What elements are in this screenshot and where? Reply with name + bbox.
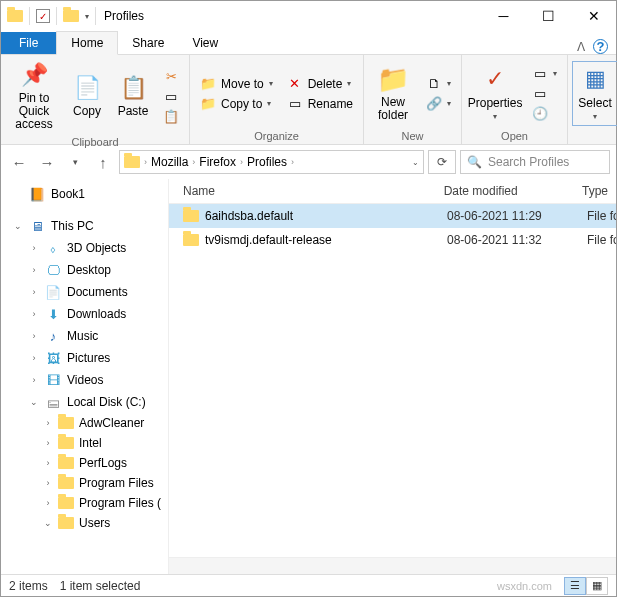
main-panel: 📙Book1 ⌄🖥This PC ›⬨3D Objects ›🖵Desktop … [1, 179, 616, 574]
expand-icon[interactable]: › [43, 458, 53, 468]
select-icon: ▦ [581, 66, 609, 94]
sidebar-item-pictures[interactable]: ›🖼Pictures [1, 347, 168, 369]
sidebar-item-programfiles2[interactable]: ›Program Files ( [1, 493, 168, 513]
expand-icon[interactable]: › [29, 375, 39, 385]
refresh-button[interactable]: ⟳ [428, 150, 456, 174]
status-item-count: 2 items [9, 579, 48, 593]
chevron-right-icon[interactable]: › [238, 157, 245, 167]
expand-icon[interactable]: › [43, 478, 53, 488]
breadcrumb-history-icon[interactable]: ⌄ [412, 158, 419, 167]
chevron-right-icon[interactable]: › [190, 157, 197, 167]
chevron-right-icon[interactable]: › [289, 157, 296, 167]
qat-properties-icon[interactable]: ✓ [36, 9, 50, 23]
copy-path-icon: ▭ [163, 88, 179, 104]
column-date[interactable]: Date modified [436, 179, 574, 203]
back-button[interactable]: ← [7, 150, 31, 174]
expand-icon[interactable]: › [29, 265, 39, 275]
expand-icon[interactable]: › [29, 243, 39, 253]
copy-to-button[interactable]: 📁Copy to▾ [196, 95, 277, 113]
sidebar-item-intel[interactable]: ›Intel [1, 433, 168, 453]
app-icon [7, 10, 23, 22]
sidebar-item-videos[interactable]: ›🎞Videos [1, 369, 168, 391]
move-to-button[interactable]: 📁Move to▾ [196, 75, 277, 93]
breadcrumb-item[interactable]: Firefox [199, 155, 236, 169]
videos-icon: 🎞 [44, 372, 62, 388]
up-button[interactable]: ↑ [91, 150, 115, 174]
desktop-icon: 🖵 [44, 262, 62, 278]
qat-customize-icon[interactable]: ▾ [85, 12, 89, 21]
navigation-tree[interactable]: 📙Book1 ⌄🖥This PC ›⬨3D Objects ›🖵Desktop … [1, 179, 169, 574]
file-rows[interactable]: 6aihdsba.default08-06-2021 11:29File fot… [169, 204, 616, 557]
expand-icon[interactable]: › [29, 331, 39, 341]
open-button[interactable]: ▭▾ [528, 65, 561, 83]
select-button[interactable]: ▦ Select ▾ [572, 61, 617, 127]
expand-icon[interactable]: › [43, 498, 53, 508]
breadcrumb[interactable]: › Mozilla › Firefox › Profiles › ⌄ [119, 150, 424, 174]
history-icon: 🕘 [532, 106, 548, 122]
copy-button[interactable]: 📄 Copy [65, 70, 109, 122]
collapse-icon[interactable]: ⌄ [43, 518, 53, 528]
sidebar-item-book1[interactable]: 📙Book1 [1, 183, 168, 205]
expand-icon[interactable]: › [29, 287, 39, 297]
paste-shortcut-button[interactable]: 📋 [159, 107, 183, 125]
sidebar-item-perflogs[interactable]: ›PerfLogs [1, 453, 168, 473]
collapse-icon[interactable]: ⌄ [13, 221, 23, 231]
status-selection: 1 item selected [60, 579, 141, 593]
table-row[interactable]: tv9ismdj.default-release08-06-2021 11:32… [169, 228, 616, 252]
titlebar: ✓ ▾ Profiles ─ ☐ ✕ [1, 1, 616, 31]
maximize-button[interactable]: ☐ [526, 1, 571, 31]
sidebar-item-thispc[interactable]: ⌄🖥This PC [1, 215, 168, 237]
pin-to-quick-access-button[interactable]: 📌 Pin to Quick access [5, 57, 63, 136]
qat-folder-icon[interactable] [63, 10, 79, 22]
paste-button[interactable]: 📋 Paste [111, 70, 155, 122]
search-input[interactable]: 🔍 Search Profiles [460, 150, 610, 174]
view-icons-button[interactable]: ▦ [586, 577, 608, 595]
sidebar-item-programfiles[interactable]: ›Program Files [1, 473, 168, 493]
help-icon[interactable]: ? [593, 39, 608, 54]
horizontal-scrollbar[interactable] [169, 557, 616, 574]
move-to-icon: 📁 [200, 76, 216, 92]
expand-icon[interactable]: › [29, 309, 39, 319]
delete-button[interactable]: ✕Delete▾ [283, 75, 357, 93]
chevron-right-icon[interactable]: › [142, 157, 149, 167]
collapse-icon[interactable]: ⌄ [29, 397, 39, 407]
ribbon-collapse-icon[interactable]: ᐱ [569, 40, 593, 54]
expand-icon[interactable]: › [43, 418, 53, 428]
column-headers[interactable]: Name Date modified Type [169, 179, 616, 204]
breadcrumb-item[interactable]: Profiles [247, 155, 287, 169]
table-row[interactable]: 6aihdsba.default08-06-2021 11:29File fo [169, 204, 616, 228]
sidebar-item-adwcleaner[interactable]: ›AdwCleaner [1, 413, 168, 433]
sidebar-item-music[interactable]: ›♪Music [1, 325, 168, 347]
sidebar-item-users[interactable]: ⌄Users [1, 513, 168, 533]
copy-path-button[interactable]: ▭ [159, 87, 183, 105]
tab-home[interactable]: Home [56, 31, 118, 55]
history-button[interactable]: 🕘 [528, 105, 561, 123]
easy-access-button[interactable]: 🔗▾ [422, 95, 455, 113]
column-type[interactable]: Type [574, 179, 616, 203]
sidebar-item-desktop[interactable]: ›🖵Desktop [1, 259, 168, 281]
minimize-button[interactable]: ─ [481, 1, 526, 31]
sidebar-item-localdisk[interactable]: ⌄🖴Local Disk (C:) [1, 391, 168, 413]
tab-view[interactable]: View [178, 32, 232, 54]
breadcrumb-item[interactable]: Mozilla [151, 155, 188, 169]
sidebar-item-documents[interactable]: ›📄Documents [1, 281, 168, 303]
view-details-button[interactable]: ☰ [564, 577, 586, 595]
new-item-button[interactable]: 🗋▾ [422, 75, 455, 93]
cut-button[interactable]: ✂ [159, 67, 183, 85]
new-folder-button[interactable]: 📁 New folder [368, 61, 418, 126]
close-button[interactable]: ✕ [571, 1, 616, 31]
group-open: ✓ Properties ▾ ▭▾ ▭ 🕘 Open [462, 55, 568, 144]
edit-button[interactable]: ▭ [528, 85, 561, 103]
properties-button[interactable]: ✓ Properties ▾ [466, 62, 524, 126]
expand-icon[interactable]: › [43, 438, 53, 448]
forward-button[interactable]: → [35, 150, 59, 174]
expand-icon[interactable]: › [29, 353, 39, 363]
tab-share[interactable]: Share [118, 32, 178, 54]
group-new: 📁 New folder 🗋▾ 🔗▾ New [364, 55, 462, 144]
sidebar-item-3dobjects[interactable]: ›⬨3D Objects [1, 237, 168, 259]
tab-file[interactable]: File [1, 32, 56, 54]
rename-button[interactable]: ▭Rename [283, 95, 357, 113]
recent-locations-button[interactable]: ▾ [63, 150, 87, 174]
sidebar-item-downloads[interactable]: ›⬇Downloads [1, 303, 168, 325]
column-name[interactable]: Name [169, 179, 436, 203]
